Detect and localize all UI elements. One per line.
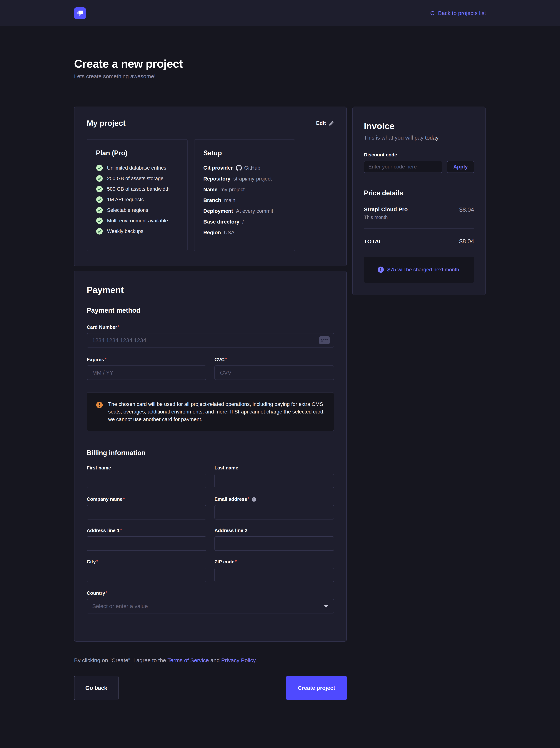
cvc-input[interactable] [215, 366, 334, 380]
required-asterisk: * [235, 559, 237, 564]
zip-code-input[interactable] [215, 568, 334, 582]
terms-agreement: By clicking on "Create", I agree to the … [74, 657, 347, 663]
zip-code-label: ZIP code* [215, 559, 334, 565]
project-summary-card: My project Edit Plan (Pro) Unli [74, 107, 347, 266]
plan-feature: Multi-environment available [96, 217, 178, 224]
main-content: Create a new project Lets create somethi… [0, 57, 560, 700]
privacy-policy-link[interactable]: Privacy Policy [221, 657, 255, 663]
city-input[interactable] [87, 568, 206, 582]
check-circle-icon [96, 196, 103, 203]
go-back-button[interactable]: Go back [74, 676, 119, 700]
payment-method-title: Payment method [87, 307, 334, 314]
first-name-label: First name [87, 465, 206, 471]
company-name-field: Company name* [87, 496, 206, 519]
back-link-label: Back to projects list [438, 10, 486, 16]
plan-title: Plan (Pro) [96, 149, 178, 157]
plan-feature: Weekly backups [96, 228, 178, 235]
expires-label: Expires* [87, 357, 206, 363]
first-name-field: First name [87, 465, 206, 488]
card-number-input[interactable] [87, 333, 334, 348]
setup-row-git-provider: Git provider GitHub [203, 165, 286, 171]
strapi-logo-icon [74, 7, 86, 19]
setup-list: Git provider GitHub Repository strapi/my… [203, 165, 286, 236]
expires-input[interactable] [87, 366, 206, 380]
note-text: $75 will be charged next month. [387, 267, 461, 273]
address-line2-field: Address line 2 [215, 528, 334, 551]
price-item-amount: $8.04 [459, 206, 474, 213]
setup-row-region: Region USA [203, 230, 286, 236]
create-project-button[interactable]: Create project [286, 676, 347, 700]
check-circle-icon [96, 175, 103, 182]
address-line2-label: Address line 2 [215, 528, 334, 533]
check-circle-icon [96, 207, 103, 214]
invoice-divider [364, 228, 474, 229]
page-subtitle: Lets create something awesome! [74, 73, 486, 79]
price-line-item: Strapi Cloud Pro This month $8.04 [364, 206, 474, 220]
price-item-period: This month [364, 214, 408, 220]
country-select[interactable]: Select or enter a value [87, 599, 334, 613]
setup-box: Setup Git provider GitHub Repository [194, 139, 295, 251]
terms-of-service-link[interactable]: Terms of Service [167, 657, 209, 663]
address-line2-input[interactable] [215, 536, 334, 551]
setup-row-repository: Repository strapi/my-project [203, 176, 286, 182]
card-usage-notice: The chosen card will be used for all pro… [87, 392, 334, 431]
company-name-label: Company name* [87, 496, 206, 502]
setup-row-branch: Branch main [203, 197, 286, 203]
apply-discount-button[interactable]: Apply [447, 161, 474, 173]
cvc-field: CVC* [215, 357, 334, 380]
next-month-note: $75 will be charged next month. [364, 257, 474, 283]
last-name-field: Last name [215, 465, 334, 488]
plan-feature: 250 GB of assets storage [96, 175, 178, 182]
city-field: City* [87, 559, 206, 582]
chevron-down-icon [324, 605, 328, 608]
plan-feature: 500 GB of assets bandwidth [96, 186, 178, 192]
check-circle-icon [96, 217, 103, 224]
payment-title: Payment [87, 285, 334, 295]
required-asterisk: * [106, 590, 107, 595]
setup-title: Setup [203, 149, 286, 157]
total-label: TOTAL [364, 238, 383, 244]
warning-icon [96, 401, 103, 408]
company-name-input[interactable] [87, 505, 206, 519]
payment-card: Payment Payment method Card Number* [74, 271, 347, 641]
discount-code-input[interactable] [364, 161, 442, 173]
plan-box: Plan (Pro) Unlimited database entries 25… [87, 139, 188, 251]
total-row: TOTAL $8.04 [364, 238, 474, 245]
cvc-label: CVC* [215, 357, 334, 363]
edit-project-button[interactable]: Edit [316, 120, 334, 126]
price-details-title: Price details [364, 189, 474, 197]
back-to-projects-link[interactable]: Back to projects list [430, 10, 486, 16]
country-select-placeholder: Select or enter a value [92, 603, 148, 609]
last-name-input[interactable] [215, 474, 334, 488]
required-asterisk: * [96, 559, 98, 564]
setup-row-name: Name my-project [203, 187, 286, 192]
back-arrow-icon [430, 10, 435, 16]
edit-label: Edit [316, 120, 326, 126]
city-label: City* [87, 559, 206, 565]
plan-feature: Selectable regions [96, 207, 178, 214]
plan-feature: 1M API requests [96, 196, 178, 203]
check-circle-icon [96, 228, 103, 235]
address-line1-label: Address line 1* [87, 528, 206, 533]
required-asterisk: * [120, 528, 122, 533]
billing-title: Billing information [87, 449, 334, 457]
required-asterisk: * [118, 324, 119, 329]
strapi-logo[interactable] [74, 7, 86, 19]
notice-text: The chosen card will be used for all pro… [108, 400, 325, 423]
first-name-input[interactable] [87, 474, 206, 488]
address-line1-input[interactable] [87, 536, 206, 551]
footer-actions: Go back Create project [74, 676, 347, 700]
plan-feature-list: Unlimited database entries 250 GB of ass… [96, 164, 178, 235]
email-field: Email address* [215, 496, 334, 519]
invoice-subtitle: This is what you will pay today [364, 135, 474, 141]
expires-field: Expires* [87, 357, 206, 380]
email-input[interactable] [215, 505, 334, 519]
check-circle-icon [96, 186, 103, 192]
app-header: Back to projects list [0, 0, 560, 26]
check-circle-icon [96, 164, 103, 171]
required-asterisk: * [105, 357, 106, 362]
credit-card-icon [319, 336, 330, 344]
total-amount: $8.04 [459, 238, 474, 245]
info-icon [251, 497, 257, 502]
setup-row-deployment: Deployment At every commit [203, 208, 286, 214]
